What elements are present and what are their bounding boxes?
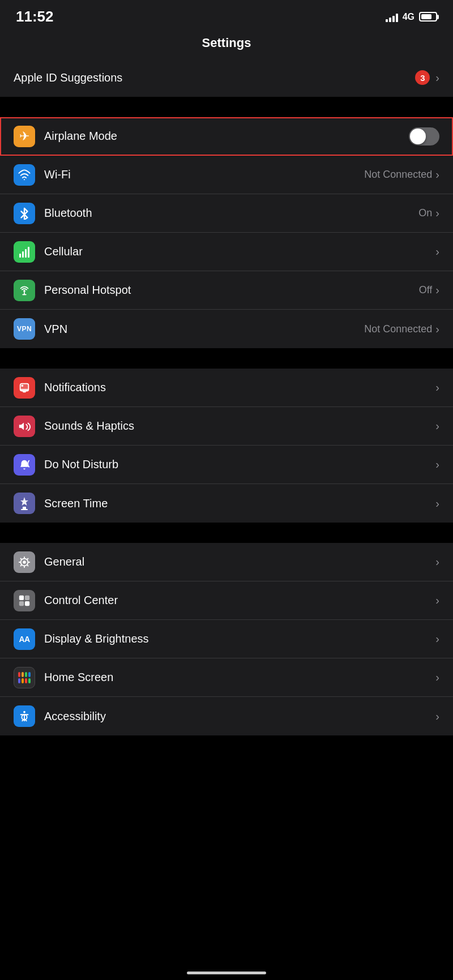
svg-rect-4 (28, 247, 29, 258)
wifi-row[interactable]: Wi-Fi Not Connected › (0, 156, 453, 194)
airplane-mode-toggle[interactable] (409, 127, 439, 145)
display-brightness-label: Display & Brightness (44, 632, 435, 645)
svg-rect-1 (19, 254, 21, 258)
wifi-value: Not Connected (364, 169, 432, 181)
bluetooth-row[interactable]: Bluetooth On › (0, 194, 453, 233)
sounds-haptics-chevron-icon: › (435, 420, 439, 433)
svg-point-12 (23, 560, 26, 564)
airplane-mode-icon: ✈ (14, 126, 35, 147)
sounds-haptics-label: Sounds & Haptics (44, 420, 435, 433)
accessibility-label: Accessibility (44, 710, 435, 723)
display-brightness-row[interactable]: AA Display & Brightness › (0, 620, 453, 658)
section-divider-2 (0, 348, 453, 369)
display-brightness-chevron-icon: › (435, 632, 439, 645)
airplane-mode-row[interactable]: ✈ Airplane Mode (0, 117, 453, 156)
sounds-haptics-row[interactable]: Sounds & Haptics › (0, 407, 453, 446)
vpn-row[interactable]: VPN VPN Not Connected › (0, 310, 453, 348)
wifi-label: Wi-Fi (44, 168, 364, 181)
page-title: Settings (0, 36, 453, 50)
signal-bars-icon (386, 12, 398, 22)
personal-hotspot-chevron-icon: › (435, 284, 439, 297)
display-brightness-icon: AA (14, 628, 35, 650)
cellular-label: Cellular (44, 245, 435, 258)
apple-id-label: Apple ID Suggestions (14, 71, 415, 84)
screen-time-icon (14, 493, 35, 514)
svg-point-18 (23, 711, 25, 713)
general-label: General (44, 555, 435, 568)
svg-rect-14 (19, 595, 24, 600)
do-not-disturb-icon (14, 454, 35, 476)
control-center-icon (14, 590, 35, 611)
apple-id-right: 3 › (415, 70, 439, 85)
do-not-disturb-row[interactable]: Do Not Disturb › (0, 446, 453, 484)
notifications-icon (14, 377, 35, 399)
svg-rect-11 (21, 509, 28, 510)
sounds-haptics-icon (14, 416, 35, 437)
general-icon (14, 551, 35, 573)
control-center-label: Control Center (44, 594, 435, 607)
svg-rect-15 (25, 595, 29, 600)
personal-hotspot-label: Personal Hotspot (44, 284, 419, 297)
vpn-value: Not Connected (364, 323, 432, 335)
apple-id-suggestions-row[interactable]: Apple ID Suggestions 3 › (0, 58, 453, 97)
home-screen-icon (14, 667, 35, 688)
cellular-row[interactable]: Cellular › (0, 233, 453, 271)
accessibility-icon (14, 705, 35, 727)
vpn-icon: VPN (14, 318, 35, 340)
battery-icon (419, 12, 437, 22)
section-divider-1 (0, 97, 453, 117)
section-divider-3 (0, 523, 453, 543)
screen-time-chevron-icon: › (435, 497, 439, 510)
bluetooth-chevron-icon: › (435, 207, 439, 220)
status-bar: 11:52 4G (0, 0, 453, 30)
status-time: 11:52 (16, 8, 54, 25)
page-title-bar: Settings (0, 30, 453, 58)
wifi-icon (14, 164, 35, 186)
airplane-mode-label: Airplane Mode (44, 130, 409, 143)
svg-rect-16 (19, 601, 24, 605)
notifications-row[interactable]: Notifications › (0, 369, 453, 407)
bluetooth-label: Bluetooth (44, 207, 418, 220)
svg-rect-3 (25, 249, 27, 258)
vpn-chevron-icon: › (435, 323, 439, 336)
notifications-chevron-icon: › (435, 381, 439, 394)
do-not-disturb-chevron-icon: › (435, 458, 439, 471)
status-icons: 4G (386, 12, 437, 22)
general-section: General › Control Center › AA Display & … (0, 543, 453, 735)
apple-id-badge: 3 (415, 70, 430, 85)
svg-rect-8 (20, 388, 29, 391)
airplane-mode-toggle-thumb (410, 129, 426, 144)
personal-hotspot-row[interactable]: Personal Hotspot Off › (0, 271, 453, 310)
apple-id-chevron-icon: › (435, 71, 439, 84)
bluetooth-icon (14, 203, 35, 224)
control-center-chevron-icon: › (435, 594, 439, 607)
screen-time-row[interactable]: Screen Time › (0, 484, 453, 523)
svg-point-0 (24, 179, 25, 180)
home-screen-row[interactable]: Home Screen › (0, 658, 453, 697)
svg-rect-2 (22, 251, 24, 258)
accessibility-row[interactable]: Accessibility › (0, 697, 453, 735)
svg-point-7 (22, 384, 24, 387)
do-not-disturb-label: Do Not Disturb (44, 458, 435, 471)
connectivity-section: ✈ Airplane Mode Wi-Fi Not Connected › Bl… (0, 117, 453, 348)
general-chevron-icon: › (435, 555, 439, 568)
screen-time-label: Screen Time (44, 497, 435, 510)
personal-hotspot-icon (14, 280, 35, 301)
personal-hotspot-value: Off (419, 284, 433, 296)
bluetooth-value: On (418, 207, 432, 219)
apple-id-section: Apple ID Suggestions 3 › (0, 58, 453, 97)
accessibility-chevron-icon: › (435, 710, 439, 723)
wifi-chevron-icon: › (435, 168, 439, 181)
svg-rect-17 (25, 601, 29, 605)
home-indicator (187, 972, 266, 974)
home-screen-label: Home Screen (44, 671, 435, 684)
vpn-label: VPN (44, 323, 364, 336)
control-center-row[interactable]: Control Center › (0, 581, 453, 620)
home-screen-chevron-icon: › (435, 671, 439, 684)
cellular-chevron-icon: › (435, 245, 439, 258)
general-row[interactable]: General › (0, 543, 453, 581)
network-type: 4G (403, 12, 414, 22)
notifications-label: Notifications (44, 381, 435, 394)
cellular-icon (14, 241, 35, 263)
svg-rect-9 (23, 391, 26, 392)
